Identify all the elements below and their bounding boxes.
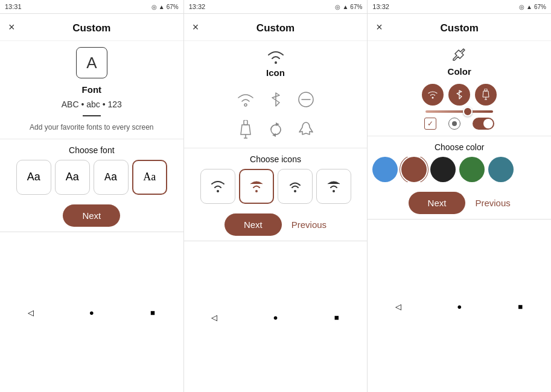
font-options-list: Aa Aa Aa Aa xyxy=(5,160,179,195)
icon-top-section: Icon xyxy=(264,47,288,78)
checkbox-control[interactable]: ✓ xyxy=(424,118,436,130)
nav-recent-3[interactable]: ■ xyxy=(514,300,527,313)
panel-color-header: × Custom xyxy=(368,14,551,41)
panel-icon-content: Icon xyxy=(184,41,368,241)
color-circle-flashlight xyxy=(475,84,497,106)
font-option-2[interactable]: Aa xyxy=(55,160,90,195)
close-button-icon[interactable]: × xyxy=(193,21,199,34)
font-next-button[interactable]: Next xyxy=(63,204,120,227)
radio-inner xyxy=(452,121,457,126)
time-3: 13:32 xyxy=(372,3,389,10)
nav-back-1[interactable]: ◁ xyxy=(24,306,37,319)
font-action-bar: Next xyxy=(0,198,183,232)
color-swatch-brown[interactable] xyxy=(401,157,427,182)
color-swatch-green[interactable] xyxy=(459,157,485,182)
wifi-icon-2: ▲ xyxy=(342,4,348,10)
status-cell-3: 13:32 ◎ ▲ 67% xyxy=(368,0,551,13)
icon-option-1[interactable] xyxy=(200,169,235,204)
icon-minus-circle xyxy=(294,87,318,112)
choose-color-section: Choose color xyxy=(368,136,551,186)
font-option-3[interactable]: Aa xyxy=(94,160,129,195)
icon-airplane xyxy=(294,118,318,142)
nav-recent-1[interactable]: ■ xyxy=(146,306,159,319)
panel-font: × Custom A Font ABC • abc • 123 Add your… xyxy=(0,14,184,392)
icon-option-2[interactable] xyxy=(239,169,274,204)
toggle-thumb xyxy=(483,119,493,128)
eyedropper-icon xyxy=(452,47,467,65)
svg-point-11 xyxy=(432,97,434,99)
font-description: Add your favorite fonts to every screen xyxy=(30,122,153,133)
color-options-list xyxy=(372,157,546,182)
choose-font-section: Choose font Aa Aa Aa Aa xyxy=(0,139,183,198)
icon-wifi-outline xyxy=(234,87,258,112)
color-swatch-blue[interactable] xyxy=(372,157,398,182)
nav-home-2[interactable]: ● xyxy=(269,311,282,324)
nav-home-3[interactable]: ● xyxy=(453,300,466,313)
icon-action-bar: Next Previous xyxy=(184,207,368,241)
color-main-area: Color xyxy=(415,41,504,136)
signal-icon-1: ◎ xyxy=(151,4,157,10)
panel-icon: × Custom Icon xyxy=(184,14,368,392)
status-cell-1: 13:31 ◎ ▲ 67% xyxy=(0,0,184,13)
choose-icon-section: Choose icons xyxy=(184,148,368,207)
font-option-4[interactable]: Aa xyxy=(132,160,167,195)
color-next-button[interactable]: Next xyxy=(409,192,466,214)
color-circles-row xyxy=(422,84,497,106)
color-previous-button[interactable]: Previous xyxy=(475,198,510,208)
battery-2: 67% xyxy=(350,4,362,10)
nav-recent-2[interactable]: ■ xyxy=(330,311,343,324)
panel-color-title: Custom xyxy=(441,22,479,34)
toggle-control[interactable] xyxy=(473,118,494,130)
wifi-icon-3: ▲ xyxy=(526,4,532,10)
icon-main-area: Icon xyxy=(224,41,328,148)
svg-point-8 xyxy=(255,190,258,192)
signal-icon-2: ◎ xyxy=(335,4,340,10)
color-swatch-teal[interactable] xyxy=(488,157,514,182)
icon-grid xyxy=(234,87,318,142)
close-button-color[interactable]: × xyxy=(376,21,383,34)
battery-1: 67% xyxy=(167,4,179,10)
nav-home-1[interactable]: ● xyxy=(85,306,98,319)
battery-3: 67% xyxy=(534,4,546,10)
svg-point-9 xyxy=(294,190,296,192)
font-icon-box: A xyxy=(76,47,107,78)
panel-font-header: × Custom xyxy=(0,14,183,41)
panels-container: × Custom A Font ABC • abc • 123 Add your… xyxy=(0,13,551,392)
nav-back-3[interactable]: ◁ xyxy=(392,300,405,313)
nav-back-2[interactable]: ◁ xyxy=(208,311,221,324)
color-controls-row: ✓ xyxy=(424,118,494,130)
color-swatch-black[interactable] xyxy=(430,157,456,182)
panel-font-content: A Font ABC • abc • 123 Add your favorite… xyxy=(0,41,183,232)
status-cell-2: 13:32 ◎ ▲ 67% xyxy=(184,0,368,13)
color-slider-thumb xyxy=(463,107,473,116)
signal-icon-3: ◎ xyxy=(519,4,524,10)
color-slider-row[interactable] xyxy=(422,110,497,113)
icon-next-button[interactable]: Next xyxy=(225,213,282,236)
status-icons-2: ◎ ▲ 67% xyxy=(335,4,362,10)
icon-option-4[interactable] xyxy=(316,169,351,204)
wifi-icon-1: ▲ xyxy=(159,4,165,10)
font-divider xyxy=(83,115,101,116)
status-bar: 13:31 ◎ ▲ 67% 13:32 ◎ ▲ 67% 13:32 ◎ ▲ 67… xyxy=(0,0,551,13)
icon-previous-button[interactable]: Previous xyxy=(291,220,326,230)
font-option-1[interactable]: Aa xyxy=(16,160,51,195)
svg-point-0 xyxy=(275,62,277,64)
icon-option-3[interactable] xyxy=(278,169,313,204)
color-circle-wifi xyxy=(422,84,444,106)
font-main-area: A Font ABC • abc • 123 Add your favorite… xyxy=(20,41,163,139)
font-nav-bar: ◁ ● ■ xyxy=(0,232,183,392)
svg-point-7 xyxy=(217,190,219,192)
color-circle-bluetooth xyxy=(448,84,470,106)
icon-flashlight xyxy=(234,118,258,142)
radio-control[interactable] xyxy=(448,118,460,130)
icon-nav-bar: ◁ ● ■ xyxy=(184,241,368,392)
close-button-font[interactable]: × xyxy=(8,21,15,34)
color-top-section: Color xyxy=(448,47,471,77)
color-slider-track xyxy=(425,110,493,113)
icon-options-list xyxy=(189,169,363,204)
svg-point-1 xyxy=(244,104,247,106)
choose-icon-label: Choose icons xyxy=(189,154,363,164)
time-1: 13:31 xyxy=(5,3,22,10)
svg-rect-4 xyxy=(244,120,247,125)
panel-font-title: Custom xyxy=(72,22,110,34)
